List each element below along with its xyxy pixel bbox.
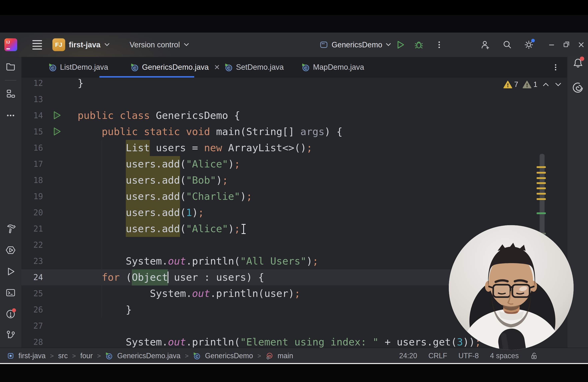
code-text xyxy=(78,91,567,108)
build-tool-button[interactable] xyxy=(5,223,16,234)
breadcrumb[interactable]: first-java > src > four > C GenericsDemo… xyxy=(7,348,293,364)
tab-genericsdemo[interactable]: C GenericsDemo.java ✕ xyxy=(130,57,220,77)
line-number: 28 xyxy=(21,334,43,348)
weak-warning-triangle-icon xyxy=(523,80,531,89)
tab-listdemo[interactable]: C ListDemo.java xyxy=(48,57,108,77)
more-actions-button[interactable] xyxy=(434,39,444,50)
line-number: 26 xyxy=(21,302,43,318)
code-token: users.add xyxy=(126,188,180,205)
code-line-12[interactable]: 12} xyxy=(21,77,567,91)
notifications-button[interactable] xyxy=(572,57,584,69)
scrollbar-warning-mark[interactable] xyxy=(537,166,546,168)
settings-notification-dot xyxy=(531,39,535,42)
breadcrumb-item[interactable]: GenericsDemo.java xyxy=(117,352,180,360)
line-number: 24 xyxy=(21,269,43,286)
unlock-icon[interactable] xyxy=(530,352,538,360)
main-menu-button[interactable] xyxy=(32,39,43,50)
gutter xyxy=(43,286,78,302)
code-token: ; xyxy=(312,253,318,269)
code-line-18[interactable]: 18 users.add("Bob"); xyxy=(21,172,567,188)
code-line-13[interactable]: 13 xyxy=(21,91,567,108)
play-icon xyxy=(5,266,16,277)
caret-position-widget[interactable]: 24:20 xyxy=(399,352,417,360)
debug-button[interactable] xyxy=(414,39,424,50)
code-token: ; xyxy=(246,188,252,205)
more-tool-windows-button[interactable] xyxy=(5,110,16,121)
git-tool-button[interactable] xyxy=(5,330,16,341)
code-line-19[interactable]: 19 users.add("Charlie"); xyxy=(21,188,567,205)
gutter[interactable] xyxy=(43,108,78,124)
terminal-tool-button[interactable] xyxy=(5,287,16,298)
scrollbar-vcs-mark[interactable] xyxy=(537,212,546,214)
run-button[interactable] xyxy=(395,39,405,50)
scrollbar-warning-mark[interactable] xyxy=(537,182,546,184)
bug-icon xyxy=(414,39,424,50)
hexagon-play-icon xyxy=(5,245,16,256)
version-control-widget[interactable]: Version control xyxy=(130,38,189,51)
tab-options-button[interactable] xyxy=(551,57,560,77)
warnings-counter[interactable]: 7 xyxy=(504,80,518,89)
scrollbar-warning-mark[interactable] xyxy=(537,177,546,179)
code-line-17[interactable]: 17 users.add("Alice"); xyxy=(21,156,567,172)
close-button[interactable] xyxy=(576,39,587,50)
status-widgets: 24:20 CRLF UTF-8 4 spaces xyxy=(399,348,538,364)
restore-button[interactable] xyxy=(561,39,572,50)
notifications-badge-dot xyxy=(580,57,584,61)
scrollbar-warning-mark[interactable] xyxy=(537,193,546,195)
breadcrumb-item[interactable]: src xyxy=(58,352,68,360)
gutter xyxy=(43,269,78,286)
breadcrumb-item[interactable]: first-java xyxy=(18,352,46,360)
line-number: 27 xyxy=(21,318,43,334)
settings-button[interactable] xyxy=(524,39,534,50)
code-token: } xyxy=(78,302,132,318)
sidebar-divider xyxy=(5,80,16,80)
code-line-14[interactable]: 14public class GenericsDemo { xyxy=(21,108,567,124)
line-number: 25 xyxy=(21,286,43,302)
gutter xyxy=(43,221,78,237)
prev-problem-chevron-icon[interactable] xyxy=(542,81,550,88)
breadcrumb-item[interactable]: four xyxy=(80,352,93,360)
line-number: 18 xyxy=(21,172,43,188)
gutter xyxy=(43,188,78,205)
intellij-logo: IJ xyxy=(4,38,17,51)
encoding-widget[interactable]: UTF-8 xyxy=(458,352,479,360)
line-separator-widget[interactable]: CRLF xyxy=(428,352,447,360)
minimize-button[interactable] xyxy=(546,39,557,50)
scrollbar-warning-mark[interactable] xyxy=(537,187,546,189)
code-token: ) xyxy=(192,205,198,221)
code-with-me-button[interactable] xyxy=(480,39,490,50)
ellipsis-icon xyxy=(5,110,16,121)
project-tool-button[interactable] xyxy=(5,61,16,72)
code-text: users.add(1); xyxy=(78,205,567,221)
code-line-16[interactable]: 16 List users = new ArrayList<>(); xyxy=(21,140,567,156)
tab-setdemo[interactable]: C SetDemo.java xyxy=(224,57,284,77)
code-line-15[interactable]: 15 public static void main(String[] args… xyxy=(21,124,567,140)
weak-warnings-counter[interactable]: 1 xyxy=(523,80,537,89)
kebab-menu-icon xyxy=(551,63,560,72)
gutter[interactable] xyxy=(43,124,78,140)
scrollbar-warning-mark[interactable] xyxy=(537,172,546,174)
indent-widget[interactable]: 4 spaces xyxy=(490,352,519,360)
run-tool-button[interactable] xyxy=(5,266,16,277)
project-widget[interactable]: FJ first-java xyxy=(52,38,110,51)
search-everywhere-button[interactable] xyxy=(502,39,512,50)
line-number: 12 xyxy=(21,77,43,91)
services-tool-button[interactable] xyxy=(5,245,16,256)
tab-mapdemo[interactable]: C MapDemo.java xyxy=(301,57,364,77)
chevron-down-icon xyxy=(104,43,110,47)
next-problem-chevron-icon[interactable] xyxy=(554,81,562,88)
structure-tool-button[interactable] xyxy=(5,89,16,99)
breadcrumb-item[interactable]: GenericsDemo xyxy=(205,352,253,360)
breadcrumb-item[interactable]: main xyxy=(278,352,293,360)
scrollbar-warning-mark[interactable] xyxy=(537,198,546,200)
gutter xyxy=(43,91,78,108)
code-token: static xyxy=(144,124,180,140)
tab-close-icon[interactable]: ✕ xyxy=(214,63,220,72)
ai-assistant-button[interactable] xyxy=(572,82,584,93)
problems-tool-button[interactable] xyxy=(5,309,16,320)
run-config-widget[interactable]: GenericsDemo xyxy=(319,38,391,51)
code-line-20[interactable]: 20 users.add(1); xyxy=(21,205,567,221)
line-number: 23 xyxy=(21,253,43,269)
inspections-widget[interactable]: 7 1 xyxy=(504,80,562,89)
left-tool-window-bar xyxy=(0,57,22,348)
